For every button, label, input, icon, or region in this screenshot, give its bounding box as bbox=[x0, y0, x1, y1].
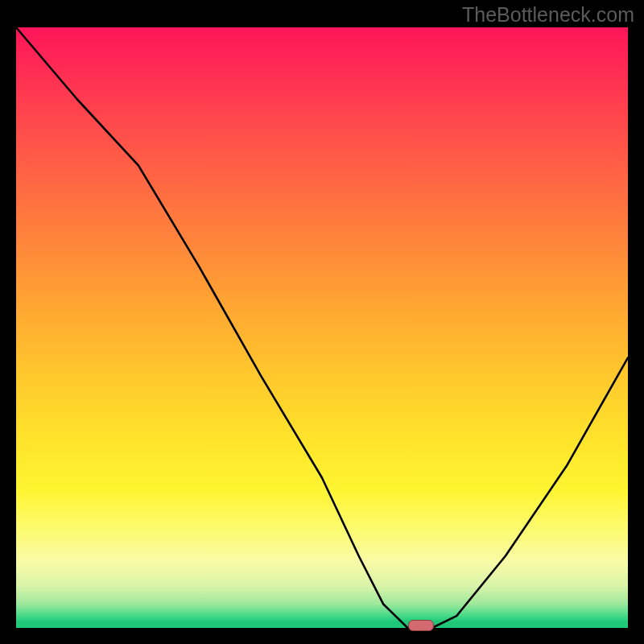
optimal-marker bbox=[408, 620, 434, 631]
plot-area bbox=[16, 27, 628, 628]
chart-frame: TheBottleneck.com bbox=[0, 0, 644, 644]
bottleneck-curve bbox=[16, 27, 628, 628]
watermark-text: TheBottleneck.com bbox=[462, 3, 634, 27]
